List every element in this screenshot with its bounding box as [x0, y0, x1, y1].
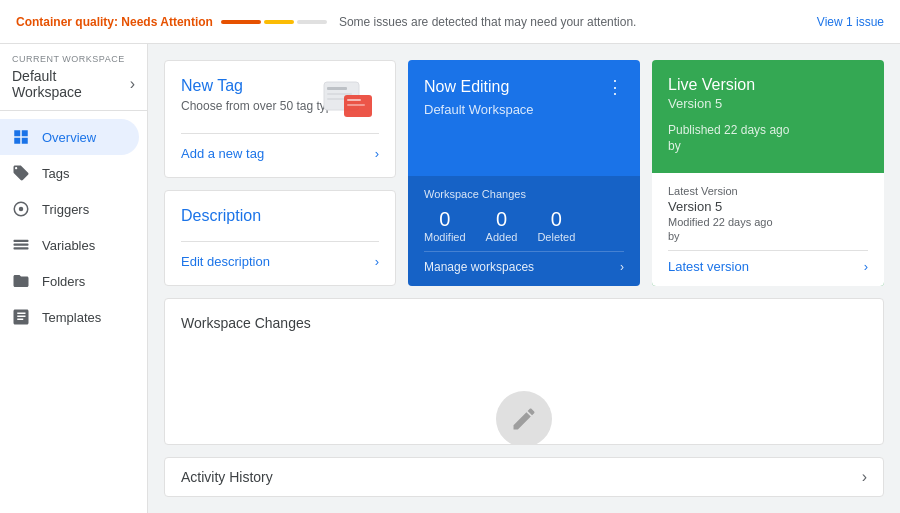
- sidebar: CURRENT WORKSPACE Default Workspace › Ov…: [0, 44, 148, 513]
- workspace-label: CURRENT WORKSPACE: [12, 54, 135, 64]
- folders-icon: [12, 272, 30, 290]
- deleted-label: Deleted: [537, 231, 575, 243]
- left-cards: New Tag Choose from over 50 tag types: [164, 60, 396, 286]
- quality-progress: [221, 20, 327, 24]
- view-issue-link[interactable]: View 1 issue: [817, 15, 884, 29]
- changes-numbers: 0 Modified 0 Added 0 Deleted: [424, 208, 624, 243]
- svg-rect-7: [327, 93, 352, 95]
- workspace-changes-label: Workspace Changes: [424, 188, 624, 200]
- sidebar-label-triggers: Triggers: [42, 202, 89, 217]
- added-label: Added: [486, 231, 518, 243]
- latest-version-by: by: [668, 230, 868, 242]
- sidebar-label-overview: Overview: [42, 130, 96, 145]
- quality-label: Container quality: Needs Attention: [16, 15, 213, 29]
- latest-version-modified: Modified 22 days ago: [668, 216, 868, 228]
- templates-icon: [12, 308, 30, 326]
- sidebar-item-variables[interactable]: Variables: [0, 227, 139, 263]
- svg-rect-11: [347, 104, 365, 106]
- more-options-icon[interactable]: ⋮: [606, 76, 624, 98]
- sidebar-item-overview[interactable]: Overview: [0, 119, 139, 155]
- live-version-top: Live Version Version 5 Published 22 days…: [652, 60, 884, 173]
- chevron-right-icon: ›: [375, 254, 379, 269]
- new-tag-card: New Tag Choose from over 50 tag types: [164, 60, 396, 178]
- main-content: New Tag Choose from over 50 tag types: [148, 44, 900, 513]
- nav-items: Overview Tags Triggers Variables: [0, 111, 147, 335]
- workspace-changes-panel-title: Workspace Changes: [181, 315, 867, 331]
- sidebar-label-templates: Templates: [42, 310, 101, 325]
- live-version-card: Live Version Version 5 Published 22 days…: [652, 60, 884, 286]
- latest-version-link[interactable]: Latest version ›: [668, 250, 868, 274]
- sidebar-item-triggers[interactable]: Triggers: [0, 191, 139, 227]
- live-version-title: Live Version: [668, 76, 868, 94]
- tag-illustration: [319, 77, 379, 130]
- chevron-right-icon: ›: [375, 146, 379, 161]
- progress-seg-3: [297, 20, 327, 24]
- description-title: Description: [181, 207, 379, 225]
- top-cards-row: New Tag Choose from over 50 tag types: [164, 60, 884, 286]
- chevron-right-icon: ›: [864, 259, 868, 274]
- sidebar-label-tags: Tags: [42, 166, 69, 181]
- latest-version-section: Latest Version Version 5 Modified 22 day…: [652, 173, 884, 286]
- overview-icon: [12, 128, 30, 146]
- svg-rect-10: [347, 99, 361, 101]
- now-editing-subtitle: Default Workspace: [424, 102, 624, 117]
- now-editing-card: Now Editing ⋮ Default Workspace Workspac…: [408, 60, 640, 286]
- modified-label: Modified: [424, 231, 466, 243]
- added-number: 0: [486, 208, 518, 231]
- svg-rect-4: [14, 247, 29, 249]
- add-new-tag-link[interactable]: Add a new tag ›: [181, 133, 379, 161]
- svg-rect-3: [14, 244, 29, 246]
- workspace-changes-section: Workspace Changes 0 Modified 0 Added 0 D: [408, 176, 640, 286]
- description-card: Description Edit description ›: [164, 190, 396, 286]
- edit-description-link[interactable]: Edit description ›: [181, 241, 379, 269]
- svg-point-1: [19, 207, 24, 212]
- empty-state: This workspace has no changes. Learn Mor…: [181, 371, 867, 445]
- chevron-right-icon: ›: [862, 468, 867, 486]
- tags-icon: [12, 164, 30, 182]
- workspace-selector[interactable]: CURRENT WORKSPACE Default Workspace ›: [0, 44, 147, 111]
- manage-workspaces-link[interactable]: Manage workspaces ›: [424, 251, 624, 274]
- svg-rect-6: [327, 87, 347, 90]
- progress-seg-1: [221, 20, 261, 24]
- now-editing-title: Now Editing: [424, 78, 509, 96]
- added-stat: 0 Added: [486, 208, 518, 243]
- live-by-label: by: [668, 139, 868, 153]
- live-version-subtitle: Version 5: [668, 96, 868, 111]
- live-published-text: Published 22 days ago: [668, 123, 868, 137]
- svg-rect-2: [14, 240, 29, 242]
- triggers-icon: [12, 200, 30, 218]
- sidebar-label-variables: Variables: [42, 238, 95, 253]
- deleted-stat: 0 Deleted: [537, 208, 575, 243]
- progress-seg-2: [264, 20, 294, 24]
- deleted-number: 0: [537, 208, 575, 231]
- sidebar-label-folders: Folders: [42, 274, 85, 289]
- sidebar-item-templates[interactable]: Templates: [0, 299, 139, 335]
- now-editing-header: Now Editing ⋮: [424, 76, 624, 98]
- modified-stat: 0 Modified: [424, 208, 466, 243]
- empty-state-icon: [496, 391, 552, 445]
- chevron-right-icon: ›: [130, 75, 135, 93]
- chevron-right-icon: ›: [620, 260, 624, 274]
- sidebar-item-folders[interactable]: Folders: [0, 263, 139, 299]
- quality-bar: Container quality: Needs Attention Some …: [0, 0, 900, 44]
- sidebar-item-tags[interactable]: Tags: [0, 155, 139, 191]
- workspace-name-button[interactable]: Default Workspace ›: [12, 68, 135, 100]
- app-layout: CURRENT WORKSPACE Default Workspace › Ov…: [0, 44, 900, 513]
- workspace-changes-panel: Workspace Changes This workspace has no …: [164, 298, 884, 445]
- activity-title: Activity History: [181, 469, 273, 485]
- quality-description: Some issues are detected that may need y…: [339, 15, 817, 29]
- latest-version-name: Version 5: [668, 199, 868, 214]
- activity-history-panel[interactable]: Activity History ›: [164, 457, 884, 497]
- variables-icon: [12, 236, 30, 254]
- modified-number: 0: [424, 208, 466, 231]
- workspace-name-text: Default Workspace: [12, 68, 130, 100]
- now-editing-top: Now Editing ⋮ Default Workspace: [408, 60, 640, 176]
- latest-version-label: Latest Version: [668, 185, 868, 197]
